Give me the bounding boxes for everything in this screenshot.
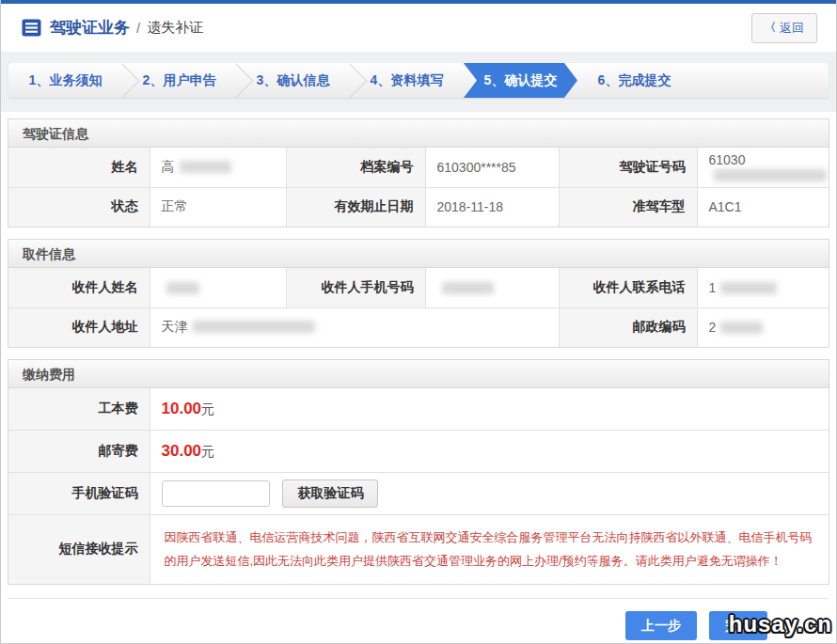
step-3-confirm-info: 3、确认信息: [236, 63, 350, 98]
sms-notice-text: 因陕西省联通、电信运营商技术问题，陕西省互联网交通安全综合服务管理平台无法向持陕…: [150, 514, 829, 584]
wizard-steps: 1、业务须知 2、用户申告 3、确认信息 4、资料填写 5、确认提交 6、完成提…: [8, 63, 829, 98]
license-info-section: 驾驶证信息 姓名 高 档案编号 610300****85 驾驶证号码 61030…: [8, 118, 829, 228]
expiry-date-value: 2018-11-18: [425, 187, 559, 227]
contact-phone-label: 收件人联系电话: [559, 268, 697, 307]
table-row: 短信接收提示 因陕西省联通、电信运营商技术问题，陕西省互联网交通安全综合服务管理…: [8, 514, 829, 584]
recipient-address-value: 天津: [150, 307, 559, 347]
redacted-value: [166, 282, 199, 294]
watermark: husay.cn: [729, 611, 832, 637]
sms-code-input[interactable]: [162, 480, 270, 507]
footer-actions: 上一步 完成: [8, 598, 829, 640]
table-row: 收件人姓名 收件人手机号码 收件人联系电话 1: [8, 268, 829, 307]
vehicle-class-value: A1C1: [697, 187, 829, 227]
recipient-mobile-label: 收件人手机号码: [286, 268, 425, 307]
main-content: 驾驶证信息 姓名 高 档案编号 610300****85 驾驶证号码 61030…: [1, 112, 836, 640]
file-number-value: 610300****85: [425, 148, 559, 187]
recipient-name-label: 收件人姓名: [8, 268, 150, 307]
step-band: 1、业务须知 2、用户申告 3、确认信息 4、资料填写 5、确认提交 6、完成提…: [1, 52, 836, 112]
recipient-mobile-value: [425, 268, 559, 307]
production-fee-value: 10.00元: [150, 388, 829, 430]
table-row: 收件人地址 天津 邮政编码 2: [8, 307, 829, 347]
mail-fee-label: 邮寄费: [8, 430, 150, 472]
previous-step-button[interactable]: 上一步: [625, 611, 697, 640]
name-label: 姓名: [8, 148, 150, 187]
sms-notice-label: 短信接收提示: [8, 514, 150, 584]
step-6-complete-submit: 6、完成提交: [577, 63, 691, 98]
fees-table: 工本费 10.00元 邮寄费 30.00元 手机验证码 获取验证码 短信接收提示: [8, 388, 829, 584]
redacted-value: [720, 322, 763, 334]
mail-fee-value: 30.00元: [150, 430, 829, 472]
file-number-label: 档案编号: [286, 148, 425, 187]
expiry-date-label: 有效期止日期: [286, 187, 425, 227]
recipient-name-value: [150, 268, 286, 307]
step-5-confirm-submit-active: 5、确认提交: [464, 63, 577, 98]
postcode-label: 邮政编码: [559, 307, 697, 347]
license-section-title: 驾驶证信息: [8, 119, 829, 148]
fees-section: 缴纳费用 工本费 10.00元 邮寄费 30.00元 手机验证码 获取验证码: [8, 359, 829, 585]
header: 驾驶证业务 / 遗失补证 〈 返回: [1, 4, 836, 52]
redacted-value: [720, 282, 777, 294]
page-title: 驾驶证业务: [50, 17, 130, 39]
pickup-info-table: 收件人姓名 收件人手机号码 收件人联系电话 1 收件人地址 天津 邮政编码 2: [8, 268, 829, 347]
pickup-section-title: 取件信息: [8, 240, 829, 268]
redacted-value: [442, 282, 494, 294]
production-fee-unit: 元: [201, 401, 214, 416]
table-row: 邮寄费 30.00元: [8, 430, 829, 472]
step-1-business-notice: 1、业务须知: [8, 63, 122, 98]
license-info-table: 姓名 高 档案编号 610300****85 驾驶证号码 61030 状态 正常…: [8, 148, 829, 227]
vehicle-class-label: 准驾车型: [559, 187, 697, 227]
table-row: 姓名 高 档案编号 610300****85 驾驶证号码 61030: [8, 148, 829, 187]
step-4-fill-materials: 4、资料填写: [350, 63, 464, 98]
redacted-value: [193, 321, 315, 333]
redacted-value: [714, 169, 827, 181]
license-number-value: 61030: [697, 148, 829, 187]
sms-code-cell: 获取验证码: [150, 472, 829, 514]
contact-phone-value: 1: [697, 268, 829, 307]
get-sms-code-button[interactable]: 获取验证码: [282, 479, 378, 508]
step-2-user-declaration: 2、用户申告: [122, 63, 236, 98]
license-number-label: 驾驶证号码: [559, 148, 697, 187]
breadcrumb-current: 遗失补证: [147, 19, 203, 37]
production-fee-amount: 10.00: [162, 400, 202, 417]
production-fee-label: 工本费: [8, 388, 150, 430]
name-value: 高: [150, 148, 286, 187]
postcode-value: 2: [697, 307, 829, 347]
status-label: 状态: [8, 187, 150, 227]
breadcrumb-divider: /: [136, 20, 140, 36]
list-icon: [22, 19, 41, 37]
redacted-value: [180, 161, 231, 173]
pickup-info-section: 取件信息 收件人姓名 收件人手机号码 收件人联系电话 1 收件人地址 天津 邮政…: [8, 239, 829, 348]
back-button-label: 返回: [780, 20, 804, 37]
sms-code-label: 手机验证码: [8, 472, 150, 514]
recipient-address-label: 收件人地址: [8, 307, 150, 347]
table-row: 状态 正常 有效期止日期 2018-11-18 准驾车型 A1C1: [8, 187, 829, 227]
table-row: 手机验证码 获取验证码: [8, 472, 829, 514]
back-chevron-icon: 〈: [765, 20, 776, 36]
page: 驾驶证业务 / 遗失补证 〈 返回 1、业务须知 2、用户申告 3、确认信息 4…: [0, 0, 837, 644]
table-row: 工本费 10.00元: [8, 388, 829, 430]
mail-fee-amount: 30.00: [162, 442, 202, 460]
fees-section-title: 缴纳费用: [8, 360, 829, 388]
status-value: 正常: [150, 187, 286, 227]
mail-fee-unit: 元: [201, 444, 214, 459]
back-button[interactable]: 〈 返回: [751, 13, 817, 43]
